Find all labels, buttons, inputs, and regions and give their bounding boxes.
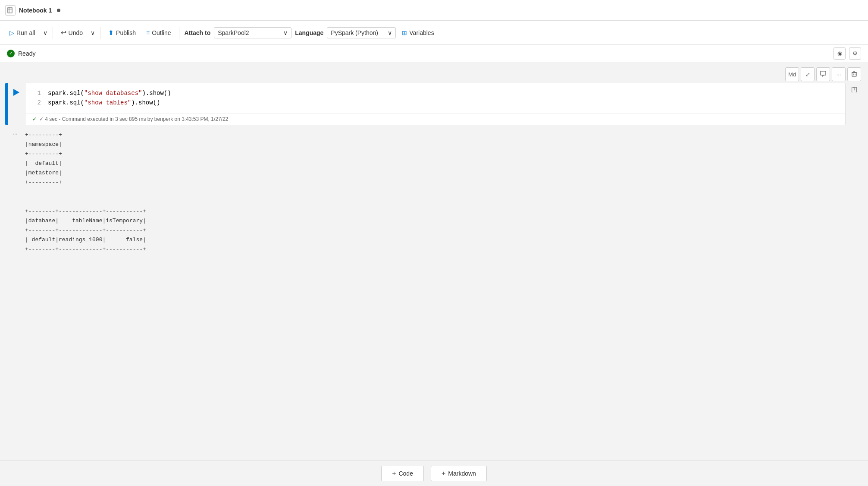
separator-1 xyxy=(53,27,53,39)
output-toggle[interactable]: ··· xyxy=(5,127,25,258)
expand-icon: ⤢ xyxy=(805,71,810,78)
chevron-down-icon-2: ∨ xyxy=(91,29,95,36)
variables-icon: ⊞ xyxy=(402,29,407,36)
attach-to-label: Attach to xyxy=(183,29,213,36)
language-label: Language xyxy=(293,29,325,36)
variables-button[interactable]: ⊞ Variables xyxy=(398,27,438,39)
main-content: Md ⤢ ··· xyxy=(0,62,868,486)
chevron-down-icon-4: ∨ xyxy=(388,29,392,36)
more-options-button[interactable]: ··· xyxy=(832,67,846,81)
plus-markdown-icon: + xyxy=(442,470,445,477)
code-line-1: 1spark.sql("show databases").show() xyxy=(32,88,838,98)
bottom-toolbar: + Code + Markdown xyxy=(0,460,868,486)
outline-label: Outline xyxy=(152,29,171,36)
toolbar: ▷ Run all ∨ ↩ Undo ∨ ⬆ Publish ≡ Outline… xyxy=(0,21,868,45)
play-icon: ▷ xyxy=(9,29,14,36)
run-all-dropdown[interactable]: ∨ xyxy=(41,27,49,39)
cell-execution-status: ✓ ✓ 4 sec - Command executed in 3 sec 89… xyxy=(25,113,845,125)
language-value: PySpark (Python) xyxy=(331,29,378,36)
add-code-label: Code xyxy=(398,470,413,477)
ellipsis-icon: ··· xyxy=(837,71,841,78)
add-markdown-button[interactable]: + Markdown xyxy=(431,466,487,481)
separator-2 xyxy=(100,27,100,39)
cell-run-area xyxy=(8,83,25,125)
cell-output: ··· +---------+ |namespace| +---------+ … xyxy=(5,127,863,258)
publish-label: Publish xyxy=(116,29,136,36)
code-editor[interactable]: 1spark.sql("show databases").show() 2spa… xyxy=(25,83,845,113)
settings-button[interactable]: ⚙ xyxy=(849,47,861,60)
stop-icon: ◉ xyxy=(837,50,842,57)
spark-pool-dropdown[interactable]: SparkPool2 ∨ xyxy=(214,27,291,38)
status-right: ◉ ⚙ xyxy=(834,47,861,60)
markdown-icon: Md xyxy=(788,71,796,78)
run-cell-button[interactable] xyxy=(13,89,19,96)
publish-button[interactable]: ⬆ Publish xyxy=(104,26,140,39)
add-code-button[interactable]: + Code xyxy=(381,466,424,481)
markdown-toggle-button[interactable]: Md xyxy=(785,67,799,81)
plus-code-icon: + xyxy=(392,470,396,477)
delete-cell-button[interactable] xyxy=(847,67,861,81)
cell-editor: 1spark.sql("show databases").show() 2spa… xyxy=(25,83,846,125)
gear-icon: ⚙ xyxy=(852,50,858,57)
cell-toolbar: Md ⤢ ··· xyxy=(0,66,868,83)
title-bar: Notebook 1 xyxy=(0,0,868,21)
expand-button[interactable]: ⤢ xyxy=(801,67,815,81)
svg-rect-3 xyxy=(852,73,856,76)
status-left: ✓ Ready xyxy=(7,50,35,57)
stop-button[interactable]: ◉ xyxy=(834,47,846,60)
chevron-down-icon: ∨ xyxy=(43,29,47,36)
status-bar: ✓ Ready ◉ ⚙ xyxy=(0,45,868,62)
status-text: Ready xyxy=(18,50,35,57)
undo-label: Undo xyxy=(69,29,83,36)
undo-icon: ↩ xyxy=(61,28,66,37)
code-line-2: 2spark.sql("show tables").show() xyxy=(32,98,838,107)
spark-pool-value: SparkPool2 xyxy=(218,29,249,36)
comment-button[interactable] xyxy=(816,67,830,81)
undo-button[interactable]: ↩ Undo xyxy=(56,26,87,39)
check-icon: ✓ xyxy=(32,116,37,122)
comment-icon xyxy=(820,71,826,78)
output-ellipsis: ··· xyxy=(13,130,18,137)
cell-number: [7] xyxy=(846,83,863,125)
run-all-label: Run all xyxy=(16,29,35,36)
unsaved-indicator xyxy=(57,9,60,12)
add-markdown-label: Markdown xyxy=(448,470,476,477)
notebook-title: Notebook 1 xyxy=(19,7,52,14)
ready-icon: ✓ xyxy=(7,50,15,57)
outline-icon: ≡ xyxy=(146,29,150,36)
publish-icon: ⬆ xyxy=(108,29,114,37)
run-all-button[interactable]: ▷ Run all xyxy=(5,27,40,39)
outline-button[interactable]: ≡ Outline xyxy=(142,27,175,39)
chevron-down-icon-3: ∨ xyxy=(283,29,288,36)
execution-info: ✓ 4 sec - Command executed in 3 sec 895 … xyxy=(39,116,228,122)
output-content: +---------+ |namespace| +---------+ | de… xyxy=(25,127,863,258)
language-dropdown[interactable]: PySpark (Python) ∨ xyxy=(327,27,396,38)
delete-icon xyxy=(851,71,857,78)
undo-dropdown[interactable]: ∨ xyxy=(89,27,97,39)
variables-label: Variables xyxy=(409,29,434,36)
separator-3 xyxy=(179,27,179,39)
code-cell: 1spark.sql("show databases").show() 2spa… xyxy=(5,83,863,125)
svg-rect-0 xyxy=(8,7,12,13)
notebook-icon xyxy=(5,5,16,16)
